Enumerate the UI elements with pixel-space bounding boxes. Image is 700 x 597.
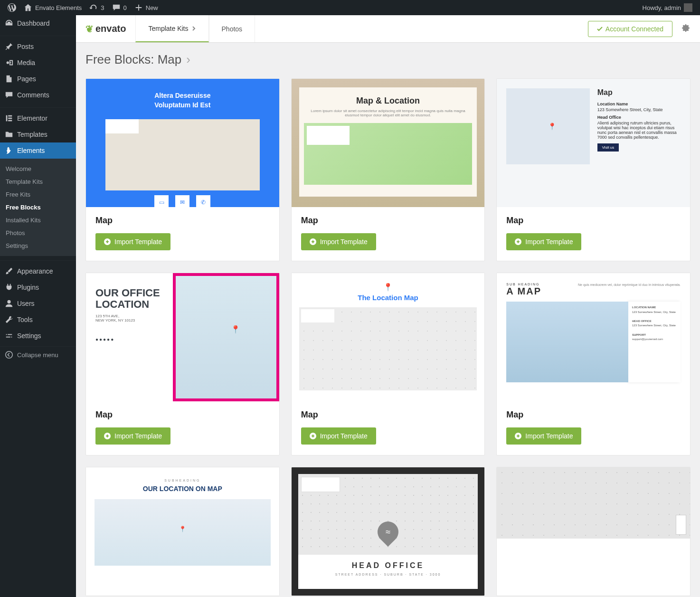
sidebar-item-tools[interactable]: Tools [0,312,76,328]
comments-count: 0 [123,4,127,11]
sidebar-item-plugins[interactable]: Plugins [0,279,76,295]
plugin-header: ❦ envato Template Kits Photos Account Co… [76,15,700,43]
thumb-heading: Voluptatum Id Est [86,101,279,110]
thumb-sub: SUB HEADING [506,283,541,286]
page-title-text: Free Blocks: Map [85,52,181,67]
template-card: Map & Location Lorem ipsum dolor sit ame… [291,78,485,261]
sidebar-submenu: Welcome Template Kits Free Kits Free Blo… [0,159,76,256]
template-card: OUR OFFICE LOCATION 123 5TH AVE,NEW YORK… [85,273,280,455]
template-thumbnail[interactable]: SUB HEADING A MAP Ne quis mediocrem vel,… [497,273,690,401]
import-template-button[interactable]: Import Template [95,427,170,445]
import-label: Import Template [114,238,162,246]
site-name-link[interactable]: Envato Elements [20,0,85,15]
template-card [496,467,691,596]
submenu-welcome[interactable]: Welcome [0,162,76,175]
sidebar-item-dashboard[interactable]: Dashboard [0,15,76,31]
avatar [684,3,692,12]
template-thumbnail[interactable]: 📍 The Location Map [292,273,485,401]
template-thumbnail[interactable] [497,467,690,539]
import-label: Import Template [320,238,368,246]
home-icon [24,3,32,12]
submenu-template-kits[interactable]: Template Kits [0,175,76,188]
sidebar-item-elements[interactable]: Elements [0,142,76,159]
thumb-heading: A MAP [506,286,541,297]
thumb-label: HEAD OFFICE [632,320,652,322]
submenu-settings[interactable]: Settings [0,239,76,252]
svg-rect-1 [6,115,8,122]
leaf-icon: ❦ [85,23,94,35]
settings-gear-button[interactable] [681,23,691,34]
chevron-right-icon: › [186,52,190,67]
sidebar-item-templates[interactable]: Templates [0,126,76,142]
wp-admin-bar: Envato Elements 3 0 New Howdy, admin [0,0,700,15]
thumb-heading: HEAD OFFICE [298,555,478,573]
sidebar-item-comments[interactable]: Comments [0,87,76,103]
new-content-link[interactable]: New [131,0,162,15]
sidebar-item-media[interactable]: Media [0,55,76,71]
account-connected-button[interactable]: Account Connected [588,21,672,37]
import-template-button[interactable]: Import Template [506,427,581,445]
sidebar-item-appearance[interactable]: Appearance [0,263,76,279]
template-title: Map [506,410,681,420]
plus-circle-icon [310,433,316,439]
sidebar-item-settings[interactable]: Settings [0,328,76,344]
plus-circle-icon [104,238,111,245]
template-card: Altera Deseruisse Voluptatum Id Est ▭✉✆ … [85,78,280,261]
thumb-text: 123 5TH AVE, [95,314,119,318]
thumb-label: Head Office [597,115,681,120]
comments-link[interactable]: 0 [108,0,131,15]
plus-icon [134,3,143,12]
page-icon [5,75,13,83]
main-content: ❦ envato Template Kits Photos Account Co… [76,15,700,597]
sidebar-label: Plugins [17,284,39,291]
template-thumbnail[interactable]: Altera Deseruisse Voluptatum Id Est ▭✉✆ [86,79,279,207]
import-template-button[interactable]: Import Template [95,233,170,250]
thumb-text: 123 Somewhere Street, City, State [632,311,676,313]
social-icons: ●●●●● [95,337,163,342]
wp-logo[interactable] [4,0,20,15]
sidebar-item-pages[interactable]: Pages [0,71,76,87]
submenu-installed-kits[interactable]: Installed Kits [0,214,76,227]
collapse-menu-button[interactable]: Collapse menu [0,346,76,363]
template-thumbnail[interactable]: OUR OFFICE LOCATION 123 5TH AVE,NEW YORK… [86,273,279,401]
plus-circle-icon [515,433,521,439]
thumb-text: NEW YORK, NY 10123 [95,318,135,322]
comment-icon [112,3,121,12]
submenu-photos[interactable]: Photos [0,227,76,239]
template-title: Map [301,410,475,420]
thumb-text: support@youremail.com [632,338,663,341]
tab-photos[interactable]: Photos [209,15,255,42]
tab-template-kits[interactable]: Template Kits [135,15,208,42]
svg-point-5 [7,300,10,303]
sidebar-item-posts[interactable]: Posts [0,38,76,55]
sidebar-label: Comments [17,91,49,99]
template-card: 📍 The Location Map Map Import Template [291,273,485,455]
import-template-button[interactable]: Import Template [301,427,376,445]
sidebar-item-elementor[interactable]: Elementor [0,110,76,126]
updates-count: 3 [101,4,104,11]
thumb-label: LOCATION NAME [632,306,656,309]
template-card-grid: Altera Deseruisse Voluptatum Id Est ▭✉✆ … [76,78,700,597]
template-thumbnail[interactable]: SUBHEADING OUR LOCATION ON MAP [86,467,279,596]
user-icon [5,299,13,308]
template-thumbnail[interactable]: Map Location Name 123 Somewhere Street, … [497,79,690,207]
plus-circle-icon [104,433,111,439]
import-template-button[interactable]: Import Template [506,233,581,250]
plug-icon [5,283,13,292]
thumb-sub: SUBHEADING [95,479,271,482]
import-template-button[interactable]: Import Template [301,233,376,250]
updates-link[interactable]: 3 [85,0,108,15]
settings-icon [5,332,13,340]
svg-rect-2 [8,115,12,117]
submenu-free-blocks[interactable]: Free Blocks [0,201,76,214]
user-account-link[interactable]: Howdy, admin [639,0,696,15]
sidebar-label: Users [17,300,35,307]
pin-icon: 📍 [299,283,477,292]
sidebar-item-users[interactable]: Users [0,295,76,312]
thumb-button: Visit us [597,143,619,152]
thumb-heading: Map [597,88,681,97]
template-title: Map [301,216,475,226]
submenu-free-kits[interactable]: Free Kits [0,188,76,201]
template-thumbnail[interactable]: Map & Location Lorem ipsum dolor sit ame… [292,79,485,207]
template-thumbnail[interactable]: HEAD OFFICE STREET ADDRESS · SUBURB · ST… [292,467,485,596]
